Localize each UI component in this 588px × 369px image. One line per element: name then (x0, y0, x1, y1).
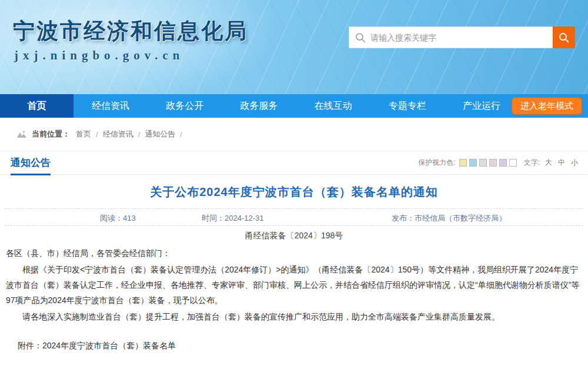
search-input[interactable] (349, 27, 552, 48)
eye-color-swatch-white[interactable] (509, 159, 517, 167)
publisher: 发布：市经信局（市数字经济局） (392, 213, 506, 224)
nav-item-news[interactable]: 经信资讯 (74, 94, 148, 118)
site-title: 宁波市经济和信息化局 (13, 16, 248, 46)
read-value: 413 (123, 214, 136, 222)
attachment-link[interactable]: 2024年度宁波市首台（套）装备名单 (42, 341, 176, 350)
nav-item-industry[interactable]: 产业运行 (445, 94, 519, 118)
elder-mode-button[interactable]: 进入老年模式 (512, 97, 582, 115)
section-bar: 通知公告 保护视力色: 文字: 大 中 小 (0, 151, 588, 175)
breadcrumb-separator: / (138, 130, 141, 139)
font-size-small[interactable]: 小 (571, 158, 578, 168)
paragraph: 根据《关于印发<宁波市首台（套）装备认定管理办法（2024年修订）>的通知》（甬… (6, 262, 582, 308)
publisher-value: 市经信局（市数字经济局） (415, 214, 506, 222)
nav-item-interaction[interactable]: 在线互动 (296, 94, 370, 118)
publisher-label: 发布： (392, 214, 415, 222)
paragraph: 请各地深入实施制造业首台（套）提升工程，加强首台（套）装备的宣传推广和示范应用，… (6, 310, 582, 325)
search-button-icon (558, 32, 570, 44)
attachment-label: 附件： (18, 341, 42, 350)
search-button[interactable] (553, 26, 575, 48)
nav-item-topics[interactable]: 专题专栏 (370, 94, 445, 118)
article-meta-bar: 阅读：413 时间：2024-12-31 发布：市经信局（市数字经济局） (5, 208, 583, 226)
eye-color-swatch-pink[interactable] (489, 159, 497, 167)
site-header: 宁波市经济和信息化局 jxj.ningbo.gov.cn (0, 0, 588, 94)
search-bar (349, 26, 575, 48)
font-size-label: 文字: (524, 158, 540, 168)
font-size-medium[interactable]: 中 (558, 158, 565, 168)
read-count: 阅读：413 (100, 213, 136, 224)
eye-color-swatch-gray[interactable] (479, 159, 487, 167)
nav-item-gov-service[interactable]: 政务服务 (222, 94, 296, 118)
article-title: 关于公布2024年度宁波市首台（套）装备名单的通知 (5, 175, 583, 208)
font-size-large[interactable]: 大 (545, 158, 552, 168)
nav-item-home[interactable]: 首页 (0, 94, 74, 118)
breadcrumb-label: 当前位置： (32, 129, 70, 139)
breadcrumb-notice[interactable]: 通知公告 (145, 129, 175, 139)
main-nav: 首页 经信资讯 政务公开 政务服务 在线互动 专题专栏 产业运行 进入老年模式 (0, 94, 588, 118)
attachment-line: 附件：2024年度宁波市首台（套）装备名单 (6, 338, 582, 354)
site-url: jxj.ningbo.gov.cn (14, 48, 184, 63)
section-title: 通知公告 (11, 151, 51, 175)
article: 关于公布2024年度宁波市首台（套）装备名单的通知 阅读：413 时间：2024… (0, 175, 588, 369)
publish-time: 时间：2024-12-31 (202, 213, 264, 224)
breadcrumb-news[interactable]: 经信资讯 (103, 129, 133, 139)
read-label: 阅读： (100, 214, 123, 222)
document-number: 甬经信装备〔2024〕198号 (5, 226, 583, 245)
time-value: 2024-12-31 (225, 214, 264, 222)
breadcrumb-separator: / (96, 130, 98, 139)
nav-item-gov-open[interactable]: 政务公开 (148, 94, 222, 118)
search-input-box (349, 26, 553, 48)
breadcrumb: 当前位置： 首页 / 经信资讯 / 通知公告 / (0, 118, 588, 151)
eye-color-swatch-blue[interactable] (469, 159, 477, 167)
breadcrumb-home[interactable]: 首页 (76, 129, 91, 139)
article-body: 各区（县、市）经信局，各管委会经信部门： 根据《关于印发<宁波市首台（套）装备认… (5, 246, 583, 354)
search-icon (355, 32, 366, 43)
breadcrumb-separator: / (180, 130, 182, 139)
eye-color-swatch-yellow[interactable] (459, 159, 467, 167)
location-icon (16, 130, 27, 138)
eye-protect-label: 保护视力色: (418, 158, 455, 168)
view-tools: 保护视力色: 文字: 大 中 小 (413, 158, 580, 168)
time-label: 时间： (202, 214, 225, 222)
salutation: 各区（县、市）经信局，各管委会经信部门： (6, 246, 582, 261)
eye-color-swatch-purple[interactable] (499, 159, 507, 167)
